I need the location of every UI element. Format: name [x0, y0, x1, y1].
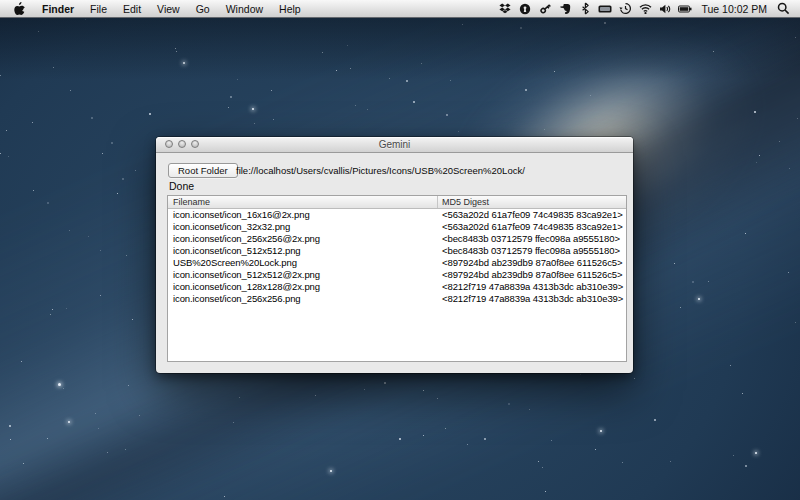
md5-cell: <bec8483b 03712579 ffec098a a9555180>: [437, 245, 626, 257]
menu-item-edit[interactable]: Edit: [115, 0, 149, 17]
md5-cell: <563a202d 61a7fe09 74c49835 83ca92e1>: [437, 221, 626, 233]
wifi-icon[interactable]: [638, 0, 652, 17]
filename-cell: icon.iconset/icon_32x32.png: [168, 221, 437, 233]
menu-item-file[interactable]: File: [82, 0, 115, 17]
table-header: Filename MD5 Digest: [168, 196, 626, 209]
table-row[interactable]: icon.iconset/icon_256x256@2x.png <bec848…: [168, 233, 626, 245]
column-header-filename[interactable]: Filename: [168, 196, 437, 208]
status-text: Done: [169, 180, 194, 192]
menu-item-help[interactable]: Help: [271, 0, 309, 17]
menu-item-view[interactable]: View: [149, 0, 188, 17]
spotlight-search-icon[interactable]: [776, 0, 790, 17]
window-titlebar[interactable]: Gemini: [156, 137, 633, 153]
table-row[interactable]: icon.iconset/icon_256x256.png <8212f719 …: [168, 293, 626, 305]
table-row[interactable]: icon.iconset/icon_512x512.png <bec8483b …: [168, 245, 626, 257]
table-row[interactable]: icon.iconset/icon_32x32.png <563a202d 61…: [168, 221, 626, 233]
apple-logo-icon: [12, 0, 26, 17]
evernote-icon[interactable]: [558, 0, 572, 17]
filename-cell: icon.iconset/icon_16x16@2x.png: [168, 209, 437, 221]
filename-cell: icon.iconset/icon_512x512.png: [168, 245, 437, 257]
md5-cell: <8212f719 47a8839a 4313b3dc ab310e39>: [437, 293, 626, 305]
filename-cell: icon.iconset/icon_256x256@2x.png: [168, 233, 437, 245]
table-row[interactable]: icon.iconset/icon_128x128@2x.png <8212f7…: [168, 281, 626, 293]
table-row[interactable]: icon.iconset/icon_512x512@2x.png <897924…: [168, 269, 626, 281]
volume-icon[interactable]: [658, 0, 672, 17]
gemini-window: Gemini Root Folder file://localhost/User…: [156, 137, 633, 373]
desktop: Finder File Edit View Go Window Help: [0, 0, 800, 500]
filename-cell: icon.iconset/icon_128x128@2x.png: [168, 281, 437, 293]
filename-cell: icon.iconset/icon_256x256.png: [168, 293, 437, 305]
md5-cell: <897924bd ab239db9 87a0f8ee 611526c5>: [437, 257, 626, 269]
time-machine-icon[interactable]: [618, 0, 632, 17]
window-title: Gemini: [156, 137, 633, 152]
dropbox-icon[interactable]: [498, 0, 512, 17]
md5-cell: <bec8483b 03712579 ffec098a a9555180>: [437, 233, 626, 245]
menu-item-finder[interactable]: Finder: [34, 0, 82, 17]
root-folder-button[interactable]: Root Folder: [168, 163, 238, 178]
menu-item-go[interactable]: Go: [188, 0, 218, 17]
apple-menu[interactable]: [10, 0, 34, 17]
table-row[interactable]: icon.iconset/icon_16x16@2x.png <563a202d…: [168, 209, 626, 221]
md5-results-table: Filename MD5 Digest icon.iconset/icon_16…: [167, 195, 627, 362]
md5-cell: <563a202d 61a7fe09 74c49835 83ca92e1>: [437, 209, 626, 221]
keyhole-circle-icon[interactable]: [518, 0, 532, 17]
menu-bar-status-area: Tue 10:02 PM: [498, 0, 800, 17]
menu-item-window[interactable]: Window: [218, 0, 271, 17]
filename-cell: icon.iconset/icon_512x512@2x.png: [168, 269, 437, 281]
battery-icon[interactable]: [678, 0, 692, 17]
md5-cell: <897924bd ab239db9 87a0f8ee 611526c5>: [437, 269, 626, 281]
column-header-md5[interactable]: MD5 Digest: [437, 196, 626, 208]
bluetooth-icon[interactable]: [578, 0, 592, 17]
table-row[interactable]: USB%20Screen%20Lock.png <897924bd ab239d…: [168, 257, 626, 269]
folder-path-text: file://localhost/Users/cvallis/Pictures/…: [236, 165, 525, 176]
filename-cell: USB%20Screen%20Lock.png: [168, 257, 437, 269]
menu-bar: Finder File Edit View Go Window Help: [0, 0, 800, 18]
md5-cell: <8212f719 47a8839a 4313b3dc ab310e39>: [437, 281, 626, 293]
key-icon[interactable]: [538, 0, 552, 17]
display-icon[interactable]: [598, 0, 612, 17]
menu-bar-clock[interactable]: Tue 10:02 PM: [698, 3, 770, 15]
